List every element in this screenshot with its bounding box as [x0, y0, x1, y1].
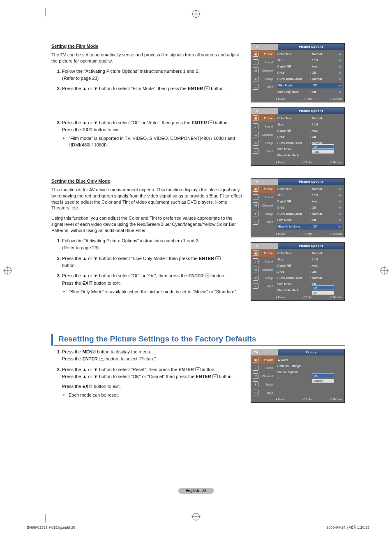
registration-mark-icon [380, 267, 388, 274]
setup-icon: ✻ [253, 76, 258, 81]
setup-icon: ✻ [253, 140, 258, 146]
picture-icon: ▣ [253, 51, 258, 57]
crop-mark [45, 514, 46, 522]
sound-icon: ♪ [253, 365, 258, 371]
blue-intro-1: This function is for AV device measureme… [51, 187, 243, 211]
heading-film-mode: Setting the Film Mode [51, 43, 243, 49]
osd-hint-return: ↶ Return [330, 98, 342, 100]
blue-step-3: Press the ▲ or ▼ button to select "Off" … [62, 273, 243, 295]
input-icon: ⇨ [253, 219, 258, 225]
heading-blue-only: Setting the Blue Only Mode [51, 178, 243, 184]
osd-picture-options-filmmode-hl: TV Picture Options ▣Picture ♪Sound ☷Chan… [251, 43, 345, 102]
reset-note: Each mode can be reset. [62, 392, 243, 398]
osd-hint-enter: ⏎ Enter [302, 98, 313, 100]
osd-option-off: Off [312, 286, 334, 290]
osd-side-setup: ✻Setup [251, 74, 275, 83]
sound-icon: ♪ [253, 194, 258, 200]
film-note: "Film mode" is supported in TV, VIDEO, S… [62, 135, 243, 148]
crop-mark [365, 514, 365, 522]
osd-side-channel: ☷Channel [251, 66, 275, 74]
channel-icon: ☷ [253, 132, 258, 137]
enter-icon [205, 274, 210, 278]
osd-tv-label: TV [251, 44, 278, 50]
blue-steps: Follow the "Activating Picture Options" … [51, 238, 243, 295]
film-step-1: Follow the "Activating Picture Options" … [62, 68, 243, 82]
osd-picture-options-blueonly-dropdown: TV Picture Options ▣Picture ♪Sound ☷Chan… [251, 242, 345, 301]
osd-side-picture: ▣Picture [251, 50, 275, 58]
enter-icon [204, 86, 210, 91]
osd-picture-reset: TV Picture ▣Picture ♪Sound ☷Channel ✻Set… [251, 349, 345, 403]
reset-steps: Press the MENU button to display the men… [51, 349, 243, 398]
sound-icon: ♪ [253, 123, 258, 129]
print-footer: BN68-01392H-01Eng.indd 26 2008-04-14 ¿ÀÈ… [27, 525, 369, 529]
enter-icon [208, 121, 214, 125]
blue-step-2: Press the ▲ or ▼ button to select "Blue … [62, 255, 243, 269]
enter-icon [215, 256, 221, 260]
picture-icon: ▣ [253, 250, 258, 256]
channel-icon: ☷ [253, 267, 258, 272]
input-icon: ⇨ [253, 148, 258, 154]
registration-mark-icon [4, 267, 12, 274]
channel-icon: ☷ [253, 202, 258, 208]
picture-icon: ▣ [253, 357, 258, 362]
osd-option-off: Off [312, 144, 334, 149]
picture-icon: ▣ [253, 186, 258, 192]
osd-side-sound: ♪Sound [251, 58, 275, 66]
osd-title: Picture Options [278, 44, 344, 50]
input-icon: ⇨ [253, 390, 258, 395]
enter-icon [212, 374, 218, 378]
enter-icon [99, 357, 104, 361]
page-number: English - 26 [178, 488, 214, 494]
film-steps: Follow the "Activating Picture Options" … [51, 68, 243, 92]
blue-note: "Blue Only Mode" is available when the p… [62, 289, 243, 295]
setup-icon: ✻ [253, 381, 258, 387]
blue-step-1: Follow the "Activating Picture Options" … [62, 238, 243, 251]
blue-intro-2: Using this function, you can adjust the … [51, 215, 243, 234]
doc-timestamp: 2008-04-14 ¿ÀÈÄ 1:20:13 [326, 525, 369, 529]
setup-icon: ✻ [253, 211, 258, 216]
crop-mark [365, 8, 365, 16]
registration-mark-icon [192, 10, 200, 18]
osd-picture-options-blueonly-hl: TV Picture Options ▣Picture ♪Sound ☷Chan… [251, 178, 345, 237]
osd-side-input: ⇨Input [251, 83, 275, 91]
crop-mark [45, 8, 46, 16]
picture-icon: ▣ [253, 115, 258, 121]
enter-icon [195, 367, 201, 372]
film-intro: The TV can be set to automatically sense… [51, 52, 243, 64]
osd-row-blueonly-selected: Blue Only Mode:Off▶ [277, 224, 342, 230]
sound-icon: ♪ [253, 258, 258, 264]
section-reset: Resetting the Picture Settings to the Fa… [51, 334, 345, 346]
film-steps-cont: Press the ▲ or ▼ button to select "Off" … [51, 120, 243, 149]
registration-mark-icon [192, 513, 200, 520]
film-step-2: Press the ▲ or ▼ button to select "Film … [62, 86, 243, 92]
reset-step-2: Press the ▲ or ▼ button to select "Reset… [62, 367, 243, 399]
osd-picture-options-filmmode-dropdown: TV Picture Options ▣Picture ♪Sound ☷Chan… [251, 107, 345, 166]
section-title-reset: Resetting the Picture Settings to the Fa… [54, 334, 345, 346]
osd-hint-move: ♦ Move [276, 98, 285, 100]
reset-step-1: Press the MENU button to display the men… [62, 349, 243, 362]
doc-filename: BN68-01392H-01Eng.indd 26 [27, 525, 75, 529]
sound-icon: ♪ [253, 59, 258, 65]
osd-option-on: On [312, 290, 334, 295]
channel-icon: ☷ [253, 373, 258, 379]
channel-icon: ☷ [253, 67, 258, 73]
setup-icon: ✻ [253, 275, 258, 281]
film-step-3: Press the ▲ or ▼ button to select "Off" … [62, 120, 243, 149]
input-icon: ⇨ [253, 283, 258, 289]
osd-option-ok: OK [312, 374, 334, 378]
osd-row-filmmode-selected: Film Mode:Off▶ [277, 83, 342, 88]
input-icon: ⇨ [253, 84, 258, 90]
